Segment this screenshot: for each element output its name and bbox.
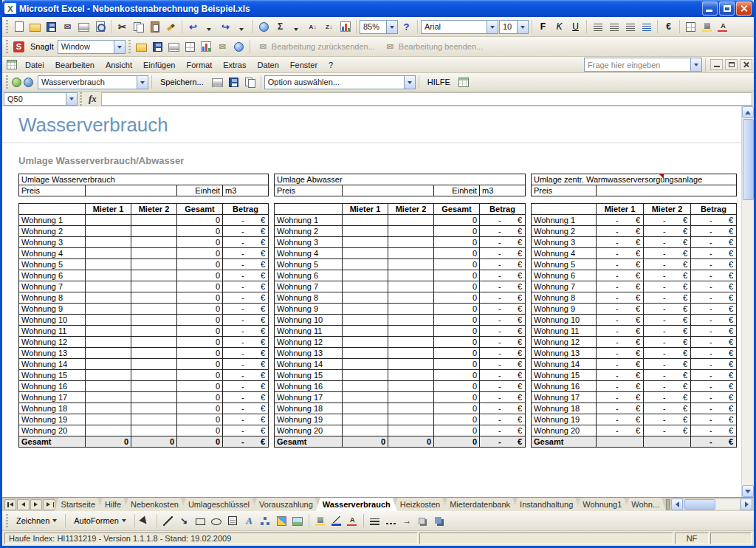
menu-hilfe[interactable]: ? bbox=[323, 58, 338, 72]
table-row[interactable]: Wohnung 80-€ bbox=[19, 292, 269, 304]
table-title-row[interactable]: Umlage Abwasser bbox=[275, 174, 526, 185]
print-icon[interactable] bbox=[76, 19, 92, 35]
table-row[interactable]: Wohnung 50-€ bbox=[275, 259, 526, 270]
cut-icon[interactable]: ✂ bbox=[114, 19, 130, 35]
table-row[interactable]: Wohnung 11-€-€-€ bbox=[532, 326, 737, 337]
fill-color-icon[interactable] bbox=[312, 513, 328, 529]
table-row[interactable]: Wohnung 70-€ bbox=[275, 281, 526, 292]
table-row[interactable]: Wohnung 150-€ bbox=[275, 370, 526, 381]
save-file-icon[interactable] bbox=[150, 39, 165, 55]
zeichnen-button[interactable]: Zeichnen bbox=[11, 514, 62, 527]
table-row[interactable]: Wohnung 9-€-€-€ bbox=[532, 304, 737, 315]
dash-style-icon[interactable] bbox=[383, 513, 399, 529]
font-size-combo[interactable]: 10 bbox=[499, 20, 529, 34]
mail-icon[interactable]: ✉ bbox=[60, 19, 75, 35]
formula-grip[interactable] bbox=[80, 92, 82, 106]
toolbar-grip[interactable] bbox=[128, 40, 131, 53]
line-icon[interactable] bbox=[160, 513, 176, 529]
minimize-button[interactable] bbox=[702, 1, 718, 16]
align-left-icon[interactable] bbox=[590, 19, 605, 35]
sheet-tab-heizkosten[interactable]: Heizkosten bbox=[394, 498, 447, 511]
sheet-tab-instandhaltung[interactable]: Instandhaltung bbox=[513, 498, 580, 511]
preis-row[interactable]: PreisEinheitm3 bbox=[275, 185, 526, 196]
borders-icon[interactable] bbox=[683, 19, 698, 35]
line-color-icon[interactable] bbox=[329, 513, 344, 529]
arrow-style-icon[interactable]: → bbox=[399, 513, 415, 529]
toolbar-grip[interactable] bbox=[6, 514, 8, 527]
undo-arrow-icon[interactable] bbox=[202, 19, 217, 35]
table-row[interactable]: Wohnung 60-€ bbox=[19, 270, 269, 281]
table-row[interactable]: Wohnung 110-€ bbox=[275, 326, 526, 337]
toolbar-grip[interactable] bbox=[6, 20, 8, 33]
underline-button[interactable]: U bbox=[568, 19, 583, 35]
table-row[interactable]: Wohnung 80-€ bbox=[275, 292, 526, 304]
sheet-tab-wohn-[interactable]: Wohn... bbox=[625, 498, 666, 511]
clipart-icon[interactable] bbox=[274, 513, 289, 529]
autoformen-button[interactable]: AutoFormen bbox=[69, 514, 131, 527]
end-review-button[interactable]: ✉ Bearbeitung beenden... bbox=[380, 41, 487, 52]
help-button[interactable]: HILFE bbox=[422, 75, 456, 89]
font-color-icon[interactable]: A bbox=[715, 19, 731, 35]
table-row[interactable]: Wohnung 200-€ bbox=[19, 425, 269, 436]
first-sheet-button[interactable] bbox=[4, 499, 16, 510]
print-preview-icon[interactable] bbox=[92, 19, 108, 35]
table-row[interactable]: Wohnung 15-€-€-€ bbox=[532, 370, 737, 381]
table-row[interactable]: Wohnung 60-€ bbox=[275, 270, 526, 281]
table-row[interactable]: Wohnung 3-€-€-€ bbox=[532, 237, 737, 248]
table-row[interactable]: Wohnung 90-€ bbox=[19, 304, 269, 315]
snagit-mode-combo[interactable]: Window bbox=[58, 40, 126, 54]
3d-icon[interactable] bbox=[432, 513, 447, 529]
sort-descending-icon[interactable]: Z↓ bbox=[321, 19, 337, 35]
table-row[interactable]: Wohnung 190-€ bbox=[275, 414, 526, 425]
header-row[interactable]: Mieter 1Mieter 2GesamtBetrag bbox=[275, 204, 526, 215]
copy-icon[interactable] bbox=[242, 75, 258, 90]
line-style-icon[interactable] bbox=[367, 513, 382, 529]
question-box[interactable]: Frage hier eingeben bbox=[584, 58, 702, 72]
toolbar-grip[interactable] bbox=[6, 75, 8, 89]
preis-row[interactable]: Preis bbox=[532, 185, 737, 196]
table-row[interactable]: Wohnung 100-€ bbox=[275, 315, 526, 326]
chart-wizard-icon[interactable] bbox=[337, 19, 353, 35]
menu-datei[interactable]: Datei bbox=[20, 58, 49, 72]
select-arrow-icon[interactable] bbox=[138, 513, 154, 529]
open-folder-icon[interactable] bbox=[134, 39, 149, 55]
data-table-icon[interactable] bbox=[182, 39, 198, 55]
align-center-icon[interactable] bbox=[606, 19, 622, 35]
align-right-icon[interactable] bbox=[622, 19, 638, 35]
menu-extras[interactable]: Extras bbox=[218, 58, 251, 72]
toolbar-grip[interactable] bbox=[6, 40, 8, 53]
table-row[interactable]: Wohnung 7-€-€-€ bbox=[532, 281, 737, 292]
header-row[interactable]: Mieter 1Mieter 2GesamtBetrag bbox=[19, 204, 269, 215]
horizontal-scrollbar[interactable] bbox=[666, 499, 754, 510]
menu-fenster[interactable]: Fenster bbox=[285, 58, 323, 72]
globe-icon[interactable] bbox=[231, 39, 247, 55]
print-icon[interactable] bbox=[210, 75, 225, 90]
table-row[interactable]: Wohnung 14-€-€-€ bbox=[532, 359, 737, 370]
sheet-tab-umlageschl-ssel[interactable]: Umlageschlüssel bbox=[182, 498, 256, 511]
fill-color-icon[interactable] bbox=[699, 19, 715, 35]
horizontal-scroll-thumb[interactable] bbox=[684, 499, 715, 510]
close-button[interactable] bbox=[736, 1, 752, 16]
table-row[interactable]: Wohnung 130-€ bbox=[275, 348, 526, 359]
total-row[interactable]: Gesamt000-€ bbox=[19, 436, 269, 448]
table-row[interactable]: Wohnung 20-€ bbox=[275, 226, 526, 237]
formula-input[interactable] bbox=[101, 92, 752, 106]
table-row[interactable]: Wohnung 1-€-€-€ bbox=[532, 215, 737, 226]
table-row[interactable]: Wohnung 90-€ bbox=[275, 304, 526, 315]
name-box[interactable]: Q50 bbox=[4, 92, 78, 106]
table-row[interactable]: Wohnung 8-€-€-€ bbox=[532, 292, 737, 304]
table-row[interactable]: Wohnung 120-€ bbox=[275, 337, 526, 348]
table-row[interactable]: Wohnung 40-€ bbox=[275, 248, 526, 259]
table-row[interactable]: Wohnung 17-€-€-€ bbox=[532, 392, 737, 403]
print-file-icon[interactable] bbox=[166, 39, 182, 55]
arrow-icon[interactable]: ↘ bbox=[176, 513, 192, 529]
table-row[interactable]: Wohnung 4-€-€-€ bbox=[532, 248, 737, 259]
autosum-arrow-icon[interactable] bbox=[289, 19, 304, 35]
previous-sheet-button[interactable] bbox=[17, 499, 29, 510]
sheet-tab-wohnung1[interactable]: Wohnung1 bbox=[576, 498, 628, 511]
scroll-down-button[interactable] bbox=[742, 485, 754, 497]
horizontal-scroll-track[interactable] bbox=[683, 499, 740, 510]
option-select-combo[interactable]: Option auswählen... bbox=[264, 75, 416, 89]
sheet-select-combo[interactable]: Wasserverbrauch bbox=[38, 75, 148, 89]
undo-icon[interactable]: ↩ bbox=[185, 19, 201, 35]
